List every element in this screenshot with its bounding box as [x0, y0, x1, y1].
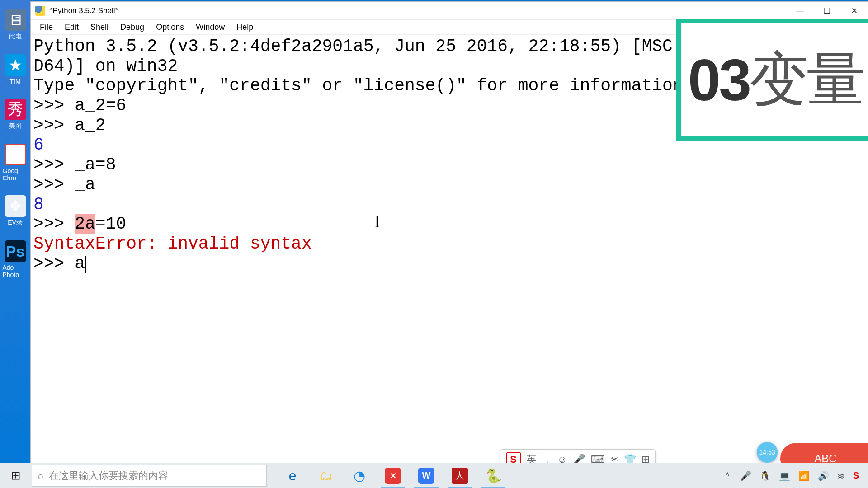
error-message: SyntaxError: invalid syntax [33, 234, 312, 253]
lesson-title: 变量 [750, 40, 863, 120]
x-icon: ✕ [385, 468, 401, 484]
tray-misc-icon[interactable]: ≋ [837, 470, 845, 481]
start-button[interactable]: ⊞ [0, 463, 32, 488]
close-button[interactable]: ✕ [840, 2, 868, 20]
prompt: >>> [33, 116, 75, 135]
search-icon: ⌕ [38, 470, 43, 482]
menu-file[interactable]: File [34, 21, 58, 34]
prompt: >>> [33, 175, 75, 194]
prompt: >>> [33, 254, 75, 273]
titlebar[interactable]: *Python 3.5.2 Shell* — ☐ ✕ [31, 2, 868, 20]
menu-help[interactable]: Help [231, 21, 259, 34]
syntax-error-token: 2a [75, 214, 95, 234]
desktop-icon-meitu[interactable]: 秀美图 [3, 99, 28, 130]
desktop-icon-label: EV录 [8, 219, 23, 227]
tray-mic-icon[interactable]: 🎤 [740, 470, 751, 481]
banner-line: Type "copyright", "credits" or "license(… [33, 76, 683, 95]
python-icon [35, 6, 45, 16]
desktop-icon-label: 此电 [9, 33, 22, 41]
menu-options[interactable]: Options [151, 21, 189, 34]
taskbar-app-edge[interactable]: e [276, 463, 309, 488]
tray-qq-icon[interactable]: 🐧 [760, 470, 771, 481]
menu-shell[interactable]: Shell [85, 21, 114, 34]
desktop-icon-this-pc[interactable]: 🖥此电 [3, 9, 28, 41]
lesson-overlay: 03变量 [676, 19, 868, 141]
lesson-number: 03 [688, 46, 750, 114]
w-icon: W [418, 468, 434, 484]
taskbar-app-clock[interactable]: ◔ [343, 463, 376, 488]
shell-input: _a=8 [75, 155, 116, 174]
shell-output: 8 [33, 195, 44, 214]
taskbar-app-pdf[interactable]: 人 [443, 463, 476, 488]
tray-laptop-icon[interactable]: 💻 [779, 470, 790, 481]
mouse-ibeam-icon: I [374, 211, 380, 232]
desktop-icon-ps[interactable]: PsAdo Photo [3, 240, 28, 278]
desktop-icon-chrome[interactable]: ◐Goog Chro [3, 144, 28, 182]
menu-window[interactable]: Window [190, 21, 230, 34]
minimize-button[interactable]: — [786, 2, 813, 20]
taskbar-app-wps[interactable]: W [410, 463, 443, 488]
tray-overflow-icon[interactable]: ＾ [723, 469, 732, 482]
taskbar-app-python[interactable]: 🐍 [476, 463, 510, 488]
taskbar-search[interactable]: ⌕ 在这里输入你要搜索的内容 [32, 465, 267, 487]
prompt: >>> [33, 155, 75, 174]
desktop-icon-label: Ado Photo [3, 264, 28, 278]
taskbar-app-xiezuo[interactable]: ✕ [376, 463, 410, 488]
tray-wifi-icon[interactable]: 📶 [798, 470, 810, 481]
desktop: 🖥此电 ★TIM 秀美图 ◐Goog Chro ❖EV录 PsAdo Photo [0, 0, 30, 488]
tray-volume-icon[interactable]: 🔊 [818, 470, 829, 481]
prompt: >>> [33, 96, 75, 115]
pdf-icon: 人 [452, 468, 468, 484]
shell-input: a_2=6 [75, 96, 126, 115]
floating-time-bubble[interactable]: 14:53 [757, 442, 778, 463]
tim-icon: ★ [5, 54, 26, 76]
window-title: *Python 3.5.2 Shell* [50, 6, 118, 15]
taskbar-app-explorer[interactable]: 🗂 [309, 463, 343, 488]
desktop-icon-ev[interactable]: ❖EV录 [3, 195, 28, 227]
text-cursor [85, 256, 86, 273]
banner-line: Python 3.5.2 (v3.5.2:4def2a2901a5, Jun 2… [33, 37, 683, 56]
shell-input: a_2 [75, 116, 105, 135]
shell-output: 6 [33, 135, 44, 155]
maximize-button[interactable]: ☐ [813, 2, 840, 20]
desktop-icon-label: 美图 [9, 122, 22, 130]
menu-debug[interactable]: Debug [115, 21, 150, 34]
tray-sogou-icon[interactable]: S [853, 470, 859, 481]
this-pc-icon: 🖥 [5, 9, 26, 31]
desktop-icon-label: Goog Chro [3, 167, 28, 182]
meitu-icon: 秀 [5, 99, 26, 120]
banner-line: D64)] on win32 [33, 56, 178, 76]
search-placeholder: 在这里输入你要搜索的内容 [49, 469, 168, 483]
prompt: >>> [33, 214, 75, 234]
chrome-icon: ◐ [5, 144, 26, 165]
system-tray: ＾ 🎤 🐧 💻 📶 🔊 ≋ S [723, 469, 868, 482]
taskbar-apps: e 🗂 ◔ ✕ W 人 🐍 [276, 463, 510, 488]
menu-edit[interactable]: Edit [59, 21, 84, 34]
shell-input: a [75, 254, 85, 273]
taskbar: ⊞ ⌕ 在这里输入你要搜索的内容 e 🗂 ◔ ✕ W 人 🐍 ＾ 🎤 🐧 💻 📶… [0, 463, 868, 488]
shell-input: _a [75, 175, 95, 194]
ev-icon: ❖ [5, 195, 26, 217]
ps-icon: Ps [5, 240, 26, 262]
desktop-icon-tim[interactable]: ★TIM [3, 54, 28, 85]
shell-input: =10 [95, 214, 126, 234]
desktop-icon-label: TIM [9, 78, 20, 85]
